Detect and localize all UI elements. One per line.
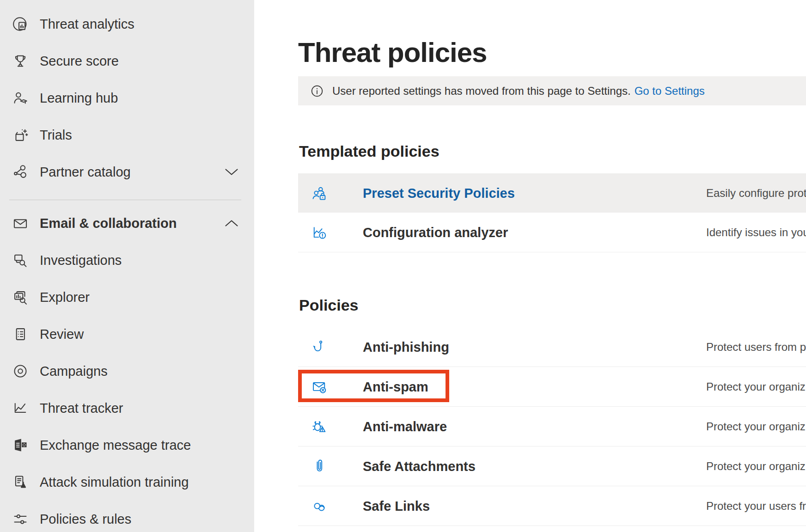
partner-catalog-icon <box>11 163 30 181</box>
list-item-safe-attachments[interactable]: Safe Attachments Protect your organiz <box>298 446 806 486</box>
sidebar-item-label: Review <box>40 327 84 342</box>
section-heading-templated-policies: Templated policies <box>299 142 440 160</box>
anti-spam-icon <box>311 379 328 395</box>
sidebar-divider <box>9 200 241 200</box>
sidebar-item-label: Threat tracker <box>40 401 123 416</box>
list-item-preset-security-policies[interactable]: Preset Security Policies Easily configur… <box>298 173 806 213</box>
policy-title[interactable]: Anti-spam <box>363 379 428 394</box>
policy-description: Protect users from p <box>706 341 806 354</box>
policy-description: Protect your organiz <box>706 460 806 473</box>
sidebar-item-explorer[interactable]: Explorer <box>0 279 254 316</box>
trials-icon <box>11 126 30 144</box>
sidebar-item-label: Explorer <box>40 290 90 305</box>
sidebar-item-label: Investigations <box>40 253 122 268</box>
sidebar: Threat analytics Secure score Learning h… <box>0 0 254 532</box>
learning-hub-icon <box>11 89 30 107</box>
attack-simulation-icon <box>11 473 30 491</box>
sidebar-item-secure-score[interactable]: Secure score <box>0 43 254 79</box>
threat-policies-page: Threat analytics Secure score Learning h… <box>0 0 806 532</box>
sidebar-item-trials[interactable]: Trials <box>0 116 254 153</box>
anti-phishing-icon <box>311 339 328 355</box>
safe-links-icon <box>311 498 328 514</box>
list-item-anti-malware[interactable]: Anti-malware Protect your organiz <box>298 407 806 446</box>
policies-list: Anti-phishing Protect users from p Anti-… <box>298 327 806 526</box>
sidebar-item-label: Email & collaboration <box>40 216 177 231</box>
threat-tracker-icon <box>11 399 30 417</box>
list-item-anti-spam[interactable]: Anti-spam Protect your organiz <box>298 367 806 407</box>
main-content: Threat policies User reported settings h… <box>254 0 806 532</box>
chevron-down-icon[interactable] <box>225 168 238 176</box>
policy-title[interactable]: Safe Attachments <box>363 459 476 474</box>
policy-description: Easily configure prot <box>706 187 806 200</box>
sidebar-item-label: Policies & rules <box>40 512 131 527</box>
campaigns-icon <box>11 362 30 380</box>
policy-description: Protect your organiz <box>706 420 806 433</box>
sidebar-item-label: Attack simulation training <box>40 475 189 490</box>
sidebar-item-label: Campaigns <box>40 364 108 379</box>
sidebar-item-review[interactable]: Review <box>0 316 254 353</box>
list-item-anti-phishing[interactable]: Anti-phishing Protect users from p <box>298 327 806 367</box>
exchange-icon <box>11 436 30 454</box>
policy-title[interactable]: Anti-phishing <box>363 339 449 355</box>
policy-description: Identify issues in you <box>706 226 806 239</box>
sidebar-item-label: Trials <box>40 128 72 143</box>
anti-malware-icon <box>311 418 328 435</box>
list-item-configuration-analyzer[interactable]: Configuration analyzer Identify issues i… <box>298 213 806 252</box>
sidebar-item-threat-tracker[interactable]: Threat tracker <box>0 390 254 427</box>
sidebar-item-label: Learning hub <box>40 91 118 106</box>
templated-policies-list: Preset Security Policies Easily configur… <box>298 173 806 252</box>
email-icon <box>11 214 30 232</box>
investigations-icon <box>11 251 30 269</box>
secure-score-icon <box>11 52 30 70</box>
page-title: Threat policies <box>298 35 487 70</box>
section-heading-policies: Policies <box>299 296 359 314</box>
go-to-settings-link[interactable]: Go to Settings <box>635 85 705 98</box>
sidebar-item-label: Exchange message trace <box>40 438 191 453</box>
info-banner: User reported settings has moved from th… <box>298 76 806 105</box>
chevron-up-icon[interactable] <box>225 220 238 227</box>
list-item-safe-links[interactable]: Safe Links Protect your users fr <box>298 486 806 526</box>
banner-message: User reported settings has moved from th… <box>332 85 631 98</box>
policy-description: Protect your users fr <box>706 500 806 513</box>
threat-analytics-icon <box>11 15 30 33</box>
sidebar-item-label: Partner catalog <box>40 165 131 180</box>
sidebar-item-learning-hub[interactable]: Learning hub <box>0 79 254 116</box>
policy-title[interactable]: Preset Security Policies <box>363 185 515 201</box>
policies-rules-icon <box>11 510 30 528</box>
sidebar-item-email-collaboration[interactable]: Email & collaboration <box>0 205 254 242</box>
policy-title[interactable]: Configuration analyzer <box>363 225 508 240</box>
sidebar-item-label: Threat analytics <box>40 17 134 32</box>
policy-title[interactable]: Safe Links <box>363 498 430 514</box>
sidebar-item-label: Secure score <box>40 54 119 69</box>
sidebar-item-threat-analytics[interactable]: Threat analytics <box>0 6 254 43</box>
sidebar-item-exchange-message-trace[interactable]: Exchange message trace <box>0 427 254 464</box>
explorer-icon <box>11 288 30 306</box>
sidebar-item-policies-rules[interactable]: Policies & rules <box>0 501 254 532</box>
info-icon <box>310 84 324 98</box>
safe-attachments-icon <box>311 458 328 475</box>
sidebar-item-attack-simulation-training[interactable]: Attack simulation training <box>0 464 254 501</box>
policy-title[interactable]: Anti-malware <box>363 419 447 434</box>
review-icon <box>11 325 30 343</box>
sidebar-item-campaigns[interactable]: Campaigns <box>0 353 254 390</box>
sidebar-item-partner-catalog[interactable]: Partner catalog <box>0 153 254 190</box>
sidebar-item-investigations[interactable]: Investigations <box>0 242 254 279</box>
configuration-analyzer-icon <box>311 224 328 241</box>
preset-security-policies-icon <box>311 185 328 202</box>
policy-description: Protect your organiz <box>706 380 806 393</box>
